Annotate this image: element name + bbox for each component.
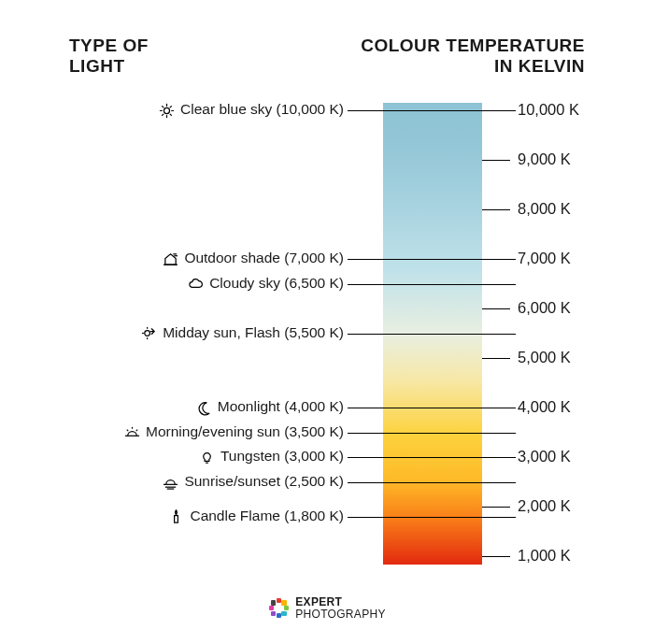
bulb-icon <box>198 449 215 465</box>
logo-dot <box>281 611 287 617</box>
heading-right-line1: COLOUR TEMPERATURE <box>361 36 585 55</box>
light-type-label: Moonlight (4,000 K) <box>218 398 344 415</box>
logo-dot <box>277 613 282 619</box>
light-type-label: Outdoor shade (7,000 K) <box>184 250 344 266</box>
leader-line <box>348 457 516 458</box>
tick-line <box>482 556 510 557</box>
tick-line <box>482 358 510 359</box>
tick-label: 7,000 K <box>518 250 571 267</box>
heading-type-of-light: TYPE OF LIGHT <box>69 36 149 77</box>
expert-photography-logo-icon <box>268 598 289 619</box>
sun-flash-icon <box>140 325 157 342</box>
heading-right-line2: IN KELVIN <box>494 56 585 76</box>
tick-label: 1,000 K <box>518 547 571 565</box>
leader-line <box>348 284 516 285</box>
tick-label: 10,000 K <box>518 101 579 119</box>
leader-line <box>348 110 516 111</box>
logo-dot <box>271 611 277 617</box>
tick-label: 4,000 K <box>518 398 571 416</box>
tick-label: 2,000 K <box>518 497 571 515</box>
house-shade-icon <box>162 250 178 267</box>
light-type-label: Midday sun, Flash (5,500 K) <box>163 324 344 341</box>
leader-line <box>348 517 516 518</box>
logo-dot <box>269 606 275 611</box>
leader-line <box>348 433 516 434</box>
tick-label: 8,000 K <box>518 200 571 218</box>
light-type-label: Tungsten (3,000 K) <box>220 448 344 465</box>
leader-line <box>348 334 516 335</box>
tick-line <box>482 160 510 161</box>
candle-icon <box>167 508 184 525</box>
sunset-icon <box>162 474 178 491</box>
light-type-label: Candle Flame (1,800 K) <box>190 508 344 524</box>
tick-line <box>482 507 510 508</box>
light-type-label: Cloudy sky (6,500 K) <box>209 275 344 292</box>
tick-line <box>482 209 510 210</box>
brand-name: EXPERT PHOTOGRAPHY <box>295 596 385 620</box>
leader-line <box>348 259 516 260</box>
light-type-label: Morning/evening sun (3,500 K) <box>146 423 344 440</box>
sun-horizon-icon <box>123 424 140 441</box>
tick-label: 6,000 K <box>518 299 571 317</box>
moon-icon <box>195 399 212 416</box>
heading-colour-temperature: COLOUR TEMPERATURE IN KELVIN <box>361 36 585 77</box>
brand-footer: EXPERT PHOTOGRAPHY <box>0 596 654 620</box>
tick-line <box>482 308 510 309</box>
sun-icon <box>158 102 175 119</box>
heading-left-line1: TYPE OF <box>69 36 149 55</box>
heading-left-line2: LIGHT <box>69 56 125 76</box>
leader-line <box>348 408 516 408</box>
logo-dot <box>271 600 277 606</box>
light-type-label: Sunrise/sunset (2,500 K) <box>184 473 344 490</box>
logo-dot <box>284 606 290 611</box>
leader-line <box>348 482 516 483</box>
tick-label: 9,000 K <box>518 150 571 168</box>
brand-name-rest: PHOTOGRAPHY <box>295 608 385 621</box>
tick-label: 5,000 K <box>518 349 571 366</box>
logo-dot <box>281 600 287 606</box>
cloud-icon <box>187 276 204 293</box>
tick-label: 3,000 K <box>518 448 571 465</box>
light-type-label: Clear blue sky (10,000 K) <box>180 101 344 118</box>
